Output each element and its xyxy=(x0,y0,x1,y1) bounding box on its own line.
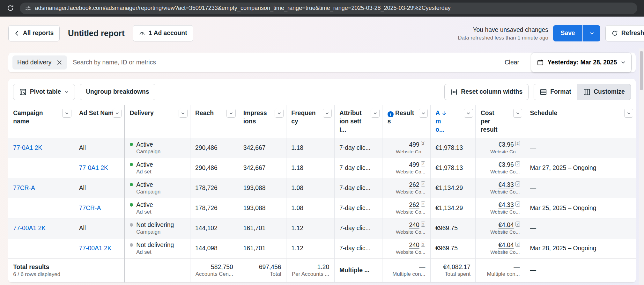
reset-column-widths-button[interactable]: Reset column widths xyxy=(444,84,529,100)
column-header-impressions[interactable]: Impressions xyxy=(238,105,286,138)
adset-name[interactable]: 77CR-A xyxy=(79,205,101,211)
campaign-name-link[interactable]: 77CR-A xyxy=(13,185,35,191)
column-menu-button[interactable] xyxy=(226,109,235,118)
column-menu-button[interactable] xyxy=(179,109,188,118)
frequency-value: 1.12 xyxy=(291,245,303,252)
reach-cell: 144,102 xyxy=(190,218,238,238)
adset-name-cell: 77-00A1 2K xyxy=(74,238,124,259)
frequency-value: 1.18 xyxy=(291,164,303,171)
all-reports-button[interactable]: All reports xyxy=(8,25,60,42)
search-input[interactable] xyxy=(73,59,499,66)
table-row: 77CR-A Active Ad set 178,726 193,088 1.0… xyxy=(8,198,636,218)
site-settings-icon[interactable] xyxy=(25,5,31,11)
reach-cell: 290,486 xyxy=(190,158,238,178)
url-text: adsmanager.facebook.com/adsmanager/repor… xyxy=(35,5,450,11)
results-cell: 2622 Website Co... xyxy=(382,178,431,198)
total-empty-cell xyxy=(74,259,124,282)
column-header-schedule[interactable]: Schedule xyxy=(525,105,636,138)
customize-button[interactable]: Customize xyxy=(577,84,631,100)
reload-icon[interactable] xyxy=(7,4,14,12)
adset-name[interactable]: 77-00A1 2K xyxy=(79,245,112,252)
footnote-marker: 2 xyxy=(421,242,426,247)
schedule-cell: Mar 27, 2025 – Ongoing xyxy=(525,158,636,178)
date-range-picker[interactable]: Yesterday: Mar 28, 2025 xyxy=(531,53,632,72)
format-button[interactable]: Format xyxy=(534,84,577,100)
column-header-ad-set-name[interactable]: Ad Set Name xyxy=(74,105,124,138)
results-sub: Website Co... xyxy=(396,149,425,155)
attribution-value: 7-day clic... xyxy=(339,164,371,171)
filter-chip-had-delivery[interactable]: Had delivery xyxy=(12,55,67,69)
column-header-cost-per-result[interactable]: Cost per result xyxy=(476,105,525,138)
column-header-frequency[interactable]: Frequency xyxy=(286,105,334,138)
column-menu-button[interactable] xyxy=(62,109,71,118)
cost-per-result-cell: €4.042 Website Co... xyxy=(476,238,525,259)
column-header-amount-spent[interactable]: A m o... xyxy=(430,105,476,138)
pivot-table-button[interactable]: Pivot table xyxy=(13,84,75,100)
pivot-table-icon xyxy=(19,88,26,96)
column-label: Cost per result xyxy=(481,109,499,134)
column-menu-button[interactable] xyxy=(371,109,380,118)
campaign-name-link[interactable]: 77-0A1 2K xyxy=(13,144,42,151)
remove-filter-button[interactable] xyxy=(56,60,62,65)
delivery-level: Ad set xyxy=(136,209,153,216)
delivery-status-dot xyxy=(130,183,133,186)
cost-per-result-value: €4.04 xyxy=(499,222,514,228)
cost-per-result-sub: Website Co... xyxy=(490,209,520,216)
column-menu-button[interactable] xyxy=(464,109,473,118)
adset-name: All xyxy=(79,185,86,191)
reach-value: 144,102 xyxy=(195,225,218,231)
delivery-status-dot xyxy=(130,243,133,246)
column-menu-button[interactable] xyxy=(419,109,428,118)
clear-filters-button[interactable]: Clear xyxy=(499,59,525,66)
impressions-cell: 342,667 xyxy=(238,138,286,158)
column-label: Campaign name xyxy=(13,109,56,126)
column-menu-button[interactable] xyxy=(624,109,633,118)
cost-per-result-sub: Website Co... xyxy=(490,149,520,155)
chevron-left-icon xyxy=(14,31,20,36)
total-impressions-sub: Total xyxy=(270,271,281,278)
frequency-value: 1.08 xyxy=(291,185,303,191)
amount-spent-cell: €1,978.13 xyxy=(430,138,476,158)
total-schedule-cell: — xyxy=(525,259,636,282)
save-menu-button[interactable] xyxy=(583,25,600,42)
column-header-delivery[interactable]: Delivery xyxy=(124,105,190,138)
cost-per-result-cell: €3.962 Website Co... xyxy=(476,158,525,178)
amount-spent-value: €1,978.13 xyxy=(435,144,463,151)
column-menu-button[interactable] xyxy=(323,109,332,118)
info-icon[interactable] xyxy=(388,111,394,117)
column-header-results[interactable]: Results xyxy=(382,105,431,138)
delivery-status-dot xyxy=(130,223,133,226)
column-menu-button[interactable] xyxy=(113,109,122,118)
save-button[interactable]: Save xyxy=(553,25,582,42)
sort-descending-icon[interactable] xyxy=(441,111,447,116)
adset-name-cell: 77-0A1 2K xyxy=(74,158,124,178)
address-bar[interactable]: adsmanager.facebook.com/adsmanager/repor… xyxy=(20,3,638,14)
column-header-reach[interactable]: Reach xyxy=(190,105,238,138)
filter-chip-label: Had delivery xyxy=(17,59,51,66)
cost-per-result-sub: Website Co... xyxy=(490,169,520,175)
total-frequency-value: 1.20 xyxy=(317,263,329,271)
results-value: 240 xyxy=(409,222,419,228)
save-split-button: Save xyxy=(553,25,600,42)
impressions-value: 193,088 xyxy=(243,205,266,211)
vertical-scrollbar[interactable] xyxy=(639,48,644,285)
frequency-cell: 1.12 xyxy=(286,238,334,259)
reach-value: 290,486 xyxy=(195,144,218,151)
column-menu-button[interactable] xyxy=(275,109,284,118)
data-refreshed-text: Data refreshed less than 1 minute ago xyxy=(433,34,548,41)
ad-account-button[interactable]: 1 Ad account xyxy=(133,25,193,42)
scrollbar-thumb[interactable] xyxy=(640,51,643,91)
table-row: 77-00A1 2K All Not delivering Campaign 1… xyxy=(8,218,636,238)
campaign-name-link[interactable]: 77-00A1 2K xyxy=(13,225,46,231)
column-menu-button[interactable] xyxy=(513,109,522,118)
results-cell: 4992 Website Co... xyxy=(382,138,431,158)
refresh-button[interactable]: Refresh xyxy=(605,25,644,42)
footnote-marker: 2 xyxy=(421,161,426,166)
impressions-cell: 342,667 xyxy=(238,158,286,178)
schedule-cell: — xyxy=(525,178,636,198)
amount-spent-value: €1,134.29 xyxy=(435,205,463,211)
adset-name[interactable]: 77-0A1 2K xyxy=(79,164,108,171)
column-header-campaign-name[interactable]: Campaign name xyxy=(8,105,74,138)
ungroup-breakdowns-button[interactable]: Ungroup breakdowns xyxy=(80,84,155,100)
column-header-attribution-setting[interactable]: Attribution setti... xyxy=(334,105,382,138)
